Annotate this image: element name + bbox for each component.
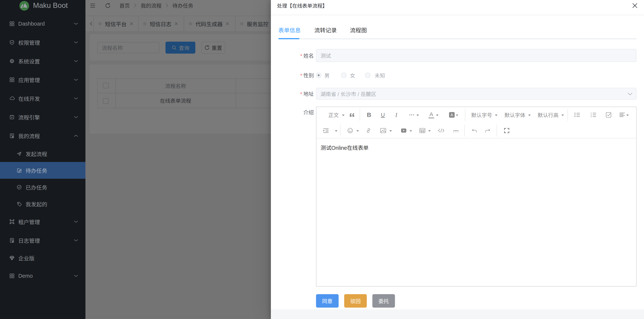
svg-text:3: 3 [591, 116, 592, 118]
svg-text:A: A [450, 113, 453, 117]
